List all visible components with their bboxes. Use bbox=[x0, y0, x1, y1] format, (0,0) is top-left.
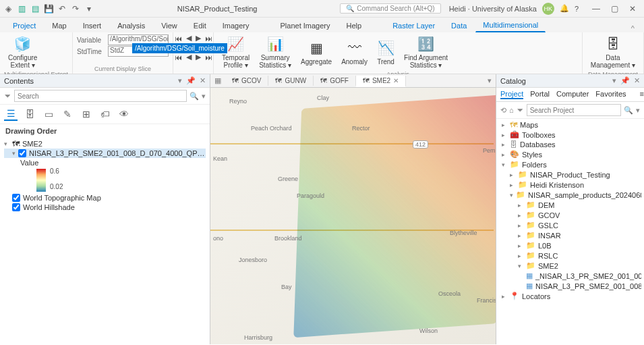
catalog-tab-favorites[interactable]: Favorites bbox=[595, 90, 626, 99]
catalog-item-toolboxes[interactable]: ▸🧰Toolboxes bbox=[499, 130, 641, 140]
map-frame-item[interactable]: ▾🗺SME2 bbox=[4, 139, 206, 149]
close-icon[interactable]: ✕ bbox=[629, 4, 636, 14]
save-icon[interactable]: 💾 bbox=[43, 3, 54, 14]
list-by-drawing-order-icon[interactable]: ☰ bbox=[4, 107, 18, 121]
map-tab[interactable]: 🗺GCOV bbox=[225, 76, 268, 86]
close-pane-icon[interactable]: ✕ bbox=[634, 76, 640, 85]
map-canvas[interactable]: Reyno Clay Peach Orchard Rector Greene P… bbox=[210, 88, 496, 344]
tab-raster-layer[interactable]: Raster Layer bbox=[385, 19, 442, 32]
list-by-selection-icon[interactable]: ▭ bbox=[42, 107, 55, 121]
data-management-button[interactable]: 🗄Data Management ▾ bbox=[587, 34, 639, 70]
anomaly-button[interactable]: 〰Anomaly bbox=[337, 34, 372, 70]
map-tab-active[interactable]: 🗺SME2✕ bbox=[356, 76, 406, 87]
command-search[interactable]: 🔍 Command Search (Alt+Q) bbox=[340, 3, 440, 14]
list-by-perception-icon[interactable]: 👁 bbox=[117, 107, 131, 121]
layer-visibility-checkbox[interactable] bbox=[12, 194, 20, 202]
catalog-tab-portal[interactable]: Portal bbox=[530, 90, 550, 99]
catalog-item-maps[interactable]: ▸🗺Maps bbox=[499, 120, 641, 130]
close-pane-icon[interactable]: ✕ bbox=[200, 76, 206, 85]
user-area[interactable]: Heidi · University of Alaska HK 🔔 ? bbox=[444, 3, 584, 15]
catalog-folder[interactable]: ▸📁INSAR bbox=[499, 230, 641, 240]
redo-icon[interactable]: ↷ bbox=[70, 3, 81, 14]
summary-statistics-button[interactable]: 📊Summary Statistics ▾ bbox=[255, 34, 295, 70]
tab-analysis[interactable]: Analysis bbox=[110, 19, 152, 32]
catalog-folder[interactable]: ▾📁SME2 bbox=[499, 261, 641, 271]
variable-dropdown-item[interactable]: /Algorithm/DSG/Soil_moisture bbox=[132, 43, 227, 53]
map-tab[interactable]: 🗺GOFF bbox=[314, 76, 356, 86]
tab-menu-icon[interactable]: ▾ bbox=[484, 76, 496, 85]
catalog-item-locators[interactable]: ▸📍Locators bbox=[499, 291, 641, 301]
search-icon[interactable]: 🔍 bbox=[624, 106, 633, 115]
undo-icon[interactable]: ↶ bbox=[57, 3, 67, 14]
catalog-folder[interactable]: ▸📁RSLC bbox=[499, 250, 641, 261]
basemap-item[interactable]: World Hillshade bbox=[4, 203, 206, 212]
search-options-icon[interactable]: ▾ bbox=[636, 106, 640, 115]
tab-data[interactable]: Data bbox=[444, 19, 474, 32]
maximize-icon[interactable]: ▢ bbox=[611, 4, 618, 14]
qat-dropdown-icon[interactable]: ▾ bbox=[84, 3, 94, 14]
trend-button[interactable]: 📉Trend bbox=[373, 34, 399, 70]
minimize-icon[interactable]: — bbox=[592, 4, 600, 14]
last-slice-icon[interactable]: ⏭ bbox=[205, 34, 212, 43]
filter-icon[interactable]: ⏷ bbox=[4, 92, 11, 100]
catalog-item-databases[interactable]: ▸🗄Databases bbox=[499, 140, 641, 149]
catalog-folder[interactable]: ▸📁Heidi Kristenson bbox=[499, 180, 641, 190]
next-slice-icon[interactable]: ▶ bbox=[196, 53, 201, 61]
filter-icon[interactable]: ⏷ bbox=[517, 106, 524, 114]
basemap-item[interactable]: World Topographic Map bbox=[4, 193, 206, 203]
tab-project[interactable]: Project bbox=[5, 19, 43, 32]
tab-view[interactable]: View bbox=[154, 19, 185, 32]
tab-map[interactable]: Map bbox=[45, 19, 74, 32]
tab-edit[interactable]: Edit bbox=[186, 19, 214, 32]
prev-slice-icon[interactable]: ◀ bbox=[186, 34, 192, 43]
close-tab-icon[interactable]: ✕ bbox=[393, 77, 399, 84]
autohide-icon[interactable]: 📌 bbox=[620, 76, 630, 85]
catalog-dataset[interactable]: ▦NISAR_L3_PR_SME2_001_008_D_070_4000_Q..… bbox=[499, 281, 641, 291]
collapse-ribbon-icon[interactable]: ^ bbox=[627, 24, 639, 32]
tab-imagery[interactable]: Imagery bbox=[215, 19, 257, 32]
contents-search-input[interactable] bbox=[14, 90, 187, 102]
open-icon[interactable]: ▤ bbox=[30, 3, 40, 14]
list-by-snapping-icon[interactable]: ⊞ bbox=[80, 107, 93, 121]
first-slice-icon[interactable]: ⏮ bbox=[175, 34, 182, 43]
options-icon[interactable]: ▾ bbox=[612, 76, 616, 85]
list-by-labeling-icon[interactable]: 🏷 bbox=[98, 107, 112, 121]
search-options-icon[interactable]: ▾ bbox=[202, 92, 206, 101]
options-icon[interactable]: ▾ bbox=[178, 76, 182, 85]
layer-item[interactable]: ▾NISAR_L3_PR_SME2_001_008_D_070_4000_QPN… bbox=[4, 149, 206, 158]
catalog-tab-computer[interactable]: Computer bbox=[556, 90, 589, 99]
tab-insert[interactable]: Insert bbox=[76, 19, 109, 32]
tab-planet-imagery[interactable]: Planet Imagery bbox=[273, 19, 338, 32]
help-icon[interactable]: ? bbox=[575, 5, 579, 13]
autohide-icon[interactable]: 📌 bbox=[186, 76, 196, 85]
catalog-folder[interactable]: ▸📁L0B bbox=[499, 240, 641, 250]
catalog-item-folders[interactable]: ▾📁Folders bbox=[499, 159, 641, 169]
map-tab[interactable]: 🗺GUNW bbox=[268, 76, 314, 86]
catalog-item-styles[interactable]: ▸🎨Styles bbox=[499, 149, 641, 159]
layer-visibility-checkbox[interactable] bbox=[18, 149, 26, 157]
prev-slice-icon[interactable]: ◀ bbox=[186, 53, 192, 61]
catalog-folder[interactable]: ▸📁DEM bbox=[499, 200, 641, 210]
catalog-folder[interactable]: ▸📁GCOV bbox=[499, 210, 641, 220]
list-by-editing-icon[interactable]: ✎ bbox=[61, 107, 74, 121]
catalog-folder[interactable]: ▸📁NISAR_Product_Testing bbox=[499, 169, 641, 180]
list-by-source-icon[interactable]: 🗄 bbox=[23, 107, 36, 121]
next-slice-icon[interactable]: ▶ bbox=[196, 34, 201, 43]
catalog-folder[interactable]: ▾📁NISAR_sample_products_20240607_R4.0.2 bbox=[499, 190, 641, 200]
tab-help[interactable]: Help bbox=[339, 19, 370, 32]
first-slice-icon[interactable]: ⏮ bbox=[175, 53, 182, 61]
search-icon[interactable]: 🔍 bbox=[189, 92, 199, 101]
view-list-icon[interactable]: ▦ bbox=[210, 76, 225, 85]
catalog-dataset[interactable]: ▦_NISAR_L3_PR_SME2_001_008_D_070_4000_..… bbox=[499, 271, 641, 281]
find-argument-button[interactable]: 🔢Find Argument Statistics ▾ bbox=[400, 34, 452, 70]
back-icon[interactable]: ⟲ bbox=[500, 106, 506, 115]
menu-icon[interactable]: ≡ bbox=[640, 90, 644, 99]
catalog-folder[interactable]: ▸📁GSLC bbox=[499, 220, 641, 230]
aggregate-button[interactable]: ▦Aggregate bbox=[297, 34, 336, 70]
catalog-tab-project[interactable]: Project bbox=[500, 90, 523, 99]
tab-multidimensional[interactable]: Multidimensional bbox=[475, 18, 546, 32]
layer-visibility-checkbox[interactable] bbox=[12, 203, 20, 211]
configure-extent-button[interactable]: 🧊 Configure Extent ▾ bbox=[4, 34, 41, 70]
notifications-icon[interactable]: 🔔 bbox=[560, 4, 569, 13]
new-project-icon[interactable]: ▥ bbox=[16, 3, 27, 14]
